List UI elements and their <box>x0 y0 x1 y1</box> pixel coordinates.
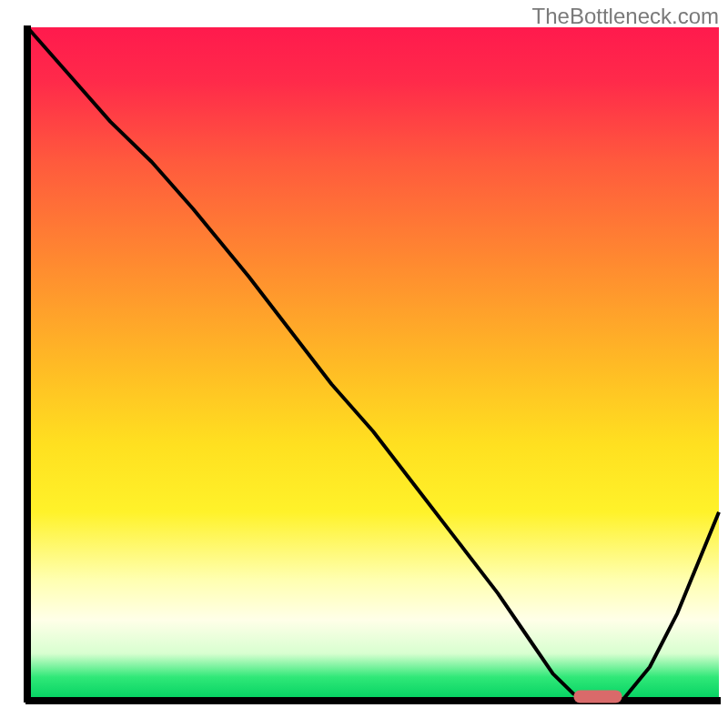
plot-background <box>27 27 719 701</box>
watermark-text: TheBottleneck.com <box>532 4 719 29</box>
optimal-range-marker <box>573 691 622 703</box>
chart-svg <box>0 0 728 728</box>
bottleneck-chart: TheBottleneck.com <box>0 0 728 728</box>
